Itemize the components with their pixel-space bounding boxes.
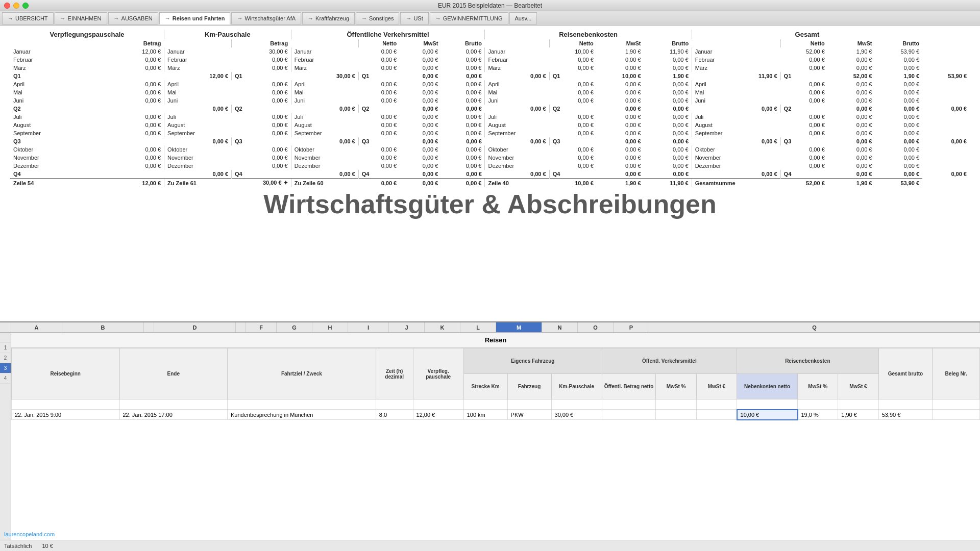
gesamt-cell[interactable]: 53,90 €: [878, 410, 933, 420]
neben-mwst-pct-cell[interactable]: 19,0 %: [798, 410, 838, 420]
oeff-netto: 0,00 €: [358, 64, 400, 72]
top-sheet: Verpflegungspauschale Km-Pauschale Öffen…: [0, 26, 980, 189]
g-netto: 0,00 €: [780, 129, 828, 137]
g-brutto: 0,00 €: [875, 80, 922, 88]
neben-netto-cell[interactable]: 10,00 €: [737, 410, 798, 420]
tab-wirtschaft[interactable]: →Wirtschaftsgüter AfA: [231, 12, 301, 24]
oeff-brutto: 0,00 €: [441, 88, 485, 96]
minimize-button[interactable]: [13, 3, 19, 9]
col-i: I: [348, 322, 389, 332]
rn-brutto: 0,00 €: [644, 113, 692, 121]
km-amt: 0,00 €: [232, 145, 291, 154]
km-amt: 0,00 €: [232, 162, 291, 170]
g-netto: 0,00 €: [780, 162, 828, 170]
fahrzeug-cell[interactable]: PKW: [507, 410, 551, 420]
g-netto: 0,00 €: [780, 96, 828, 105]
tab-ubersicht[interactable]: →ÜBERSICHT: [2, 12, 54, 24]
tab-reisen[interactable]: →Reisen und Fahrten: [159, 12, 231, 24]
close-button[interactable]: [4, 3, 10, 9]
oeff-mwst-eur-cell[interactable]: [696, 410, 737, 420]
g-brutto: 0,00 €: [875, 154, 922, 162]
g-netto: 0,00 €: [780, 88, 828, 96]
rn-mwst: 0,00 €: [597, 121, 644, 129]
strecke-cell[interactable]: 100 km: [463, 410, 507, 420]
verp-amt: 0,00 €: [99, 80, 164, 88]
g-mwst: 0,00 €: [828, 154, 875, 162]
tab-gewinn[interactable]: →GEWINNERMITTLUNG: [430, 12, 508, 24]
verp-amt: 0,00 €: [99, 64, 164, 72]
month-rn: Februar: [485, 56, 549, 64]
month-oeff: März: [291, 64, 358, 72]
th-km-pauschale: Km-Pauschale: [551, 374, 602, 399]
g-mwst: 0,00 €: [828, 96, 875, 105]
rn-brutto: 0,00 €: [644, 80, 692, 88]
month-oeff: August: [291, 121, 358, 129]
th-strecke: Strecke Km: [463, 374, 507, 399]
rn-netto: 0,00 €: [549, 154, 597, 162]
tab-ust[interactable]: →USt: [400, 12, 428, 24]
window-controls: [4, 3, 29, 9]
month-verp: November: [10, 154, 99, 162]
table-row: November 0,00 € November 0,00 € November…: [10, 154, 970, 162]
month-oeff: Januar: [291, 47, 358, 56]
rn-netto: 0,00 €: [549, 88, 597, 96]
maximize-button[interactable]: [22, 3, 29, 9]
quarter-row: Q4 0,00 € Q4 0,00 € Q4 0,00 € 0,00 € 0,0…: [10, 170, 970, 179]
col-j: J: [389, 322, 425, 332]
rn-netto: 0,00 €: [549, 80, 597, 88]
rn-netto: 0,00 €: [549, 162, 597, 170]
th-oeff-mwst-eur: MwSt €: [696, 374, 737, 399]
q-km: 0,00 €: [291, 105, 358, 113]
tab-ausv[interactable]: Ausv...: [509, 12, 537, 24]
verp-amt: 0,00 €: [99, 145, 164, 154]
month-rn: März: [485, 64, 549, 72]
reisebeginn-cell[interactable]: 22. Jan. 2015 9:00: [12, 410, 120, 420]
month-km: Juli: [164, 113, 232, 121]
g-mwst: 0,00 €: [828, 64, 875, 72]
th-oeff-mwst-pct: MwSt %: [656, 374, 696, 399]
oeff-mwst: 0,00 €: [400, 162, 441, 170]
col-d: D: [154, 322, 236, 332]
oeff-netto: 0,00 €: [358, 154, 400, 162]
table-row: März 0,00 € März 0,00 € März 0,00 € 0,00…: [10, 64, 970, 72]
g-netto: 0,00 €: [780, 56, 828, 64]
zeit-cell[interactable]: 8,0: [376, 410, 413, 420]
g-brutto: 0,00 €: [875, 129, 922, 137]
col-b: B: [62, 322, 144, 332]
beleg-cell[interactable]: [933, 410, 980, 420]
km-pauschale-cell[interactable]: 30,00 €: [551, 410, 602, 420]
summary-table: Verpflegungspauschale Km-Pauschale Öffen…: [10, 30, 970, 187]
g-netto: 0,00 €: [780, 80, 828, 88]
month-oeff: April: [291, 80, 358, 88]
tab-sonstiges[interactable]: →Sonstiges: [356, 12, 399, 24]
verp-amt: 0,00 €: [99, 56, 164, 64]
tab-ausgaben[interactable]: →AUSGABEN: [108, 12, 158, 24]
rn-mwst: 0,00 €: [597, 145, 644, 154]
col-f: F: [246, 322, 277, 332]
neben-mwst-eur-cell[interactable]: 1,90 €: [838, 410, 878, 420]
oeff-brutto: 0,00 €: [441, 162, 485, 170]
verpflegung-cell[interactable]: 12,00 €: [413, 410, 463, 420]
col-m: M: [496, 322, 542, 332]
status-value: 10 €: [42, 543, 53, 549]
ende-cell[interactable]: 22. Jan. 2015 17:00: [119, 410, 228, 420]
km-amt: 0,00 €: [232, 56, 291, 64]
g-brutto: 0,00 €: [875, 145, 922, 154]
oeff-netto: 0,00 €: [358, 113, 400, 121]
month-rn: Juni: [485, 96, 549, 105]
zweck-cell[interactable]: Kundenbesprechung in München: [228, 410, 376, 420]
oeff-mwst-pct-cell[interactable]: [656, 410, 696, 420]
reisen-empty-row: [12, 399, 980, 410]
col-p: P: [614, 322, 649, 332]
month-g: Februar: [692, 56, 780, 64]
oeff-netto-cell[interactable]: [602, 410, 656, 420]
g-mwst: 0,00 €: [828, 129, 875, 137]
oeff-netto: 0,00 €: [358, 88, 400, 96]
table-row: August 0,00 € August 0,00 € August 0,00 …: [10, 121, 970, 129]
col-g: G: [277, 322, 312, 332]
tab-einnahmen[interactable]: →EINNAHMEN: [55, 12, 107, 24]
tab-kraftfahrzeug[interactable]: →Kraftfahrzeug: [302, 12, 355, 24]
month-g: August: [692, 121, 780, 129]
rn-mwst: 0,00 €: [597, 88, 644, 96]
month-g: Januar: [692, 47, 780, 56]
